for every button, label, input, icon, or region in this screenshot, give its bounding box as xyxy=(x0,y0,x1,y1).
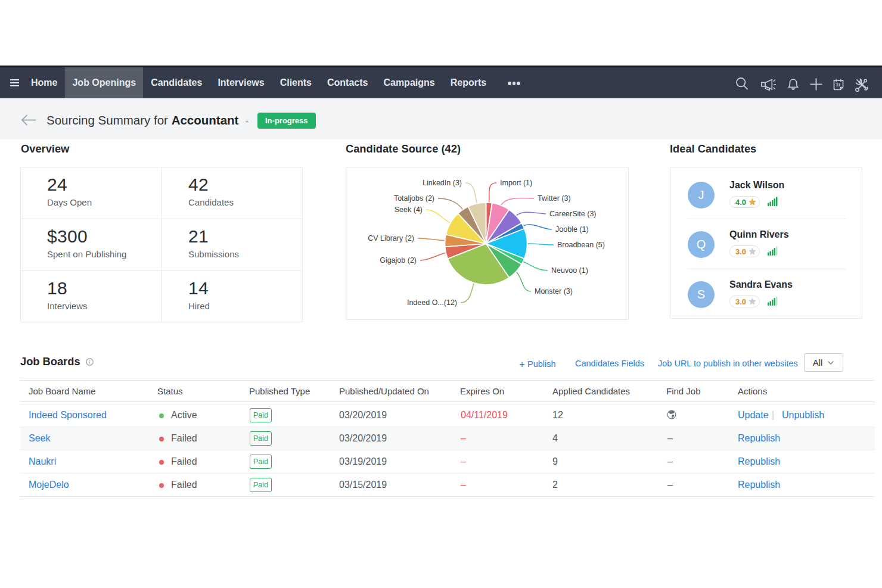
svg-text:Import (1): Import (1) xyxy=(500,179,532,187)
svg-text:Monster (3): Monster (3) xyxy=(535,287,573,295)
svg-text:CareerSite (3): CareerSite (3) xyxy=(549,210,597,218)
svg-text:Twitter (3): Twitter (3) xyxy=(538,194,571,203)
svg-text:Seek (4): Seek (4) xyxy=(395,206,423,214)
svg-text:Indeed O...(12): Indeed O...(12) xyxy=(407,298,457,307)
svg-text:Neuvoo (1): Neuvoo (1) xyxy=(551,266,588,275)
svg-text:Totaljobs (2): Totaljobs (2) xyxy=(394,194,434,203)
svg-text:31: 31 xyxy=(836,82,840,88)
svg-text:LinkedIn (3): LinkedIn (3) xyxy=(423,179,462,187)
svg-text:Jooble (1): Jooble (1) xyxy=(555,225,589,234)
svg-text:CV Library (2): CV Library (2) xyxy=(368,234,414,242)
svg-text:Gigajob (2): Gigajob (2) xyxy=(380,256,417,265)
svg-text:Broadbean (5): Broadbean (5) xyxy=(557,241,605,249)
